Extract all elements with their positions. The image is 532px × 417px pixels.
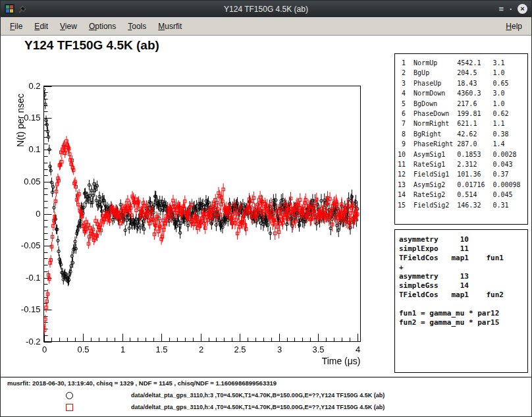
- fit-stats: musrfit: 2018-06-30, 13:19:40, chisq = 1…: [7, 379, 277, 387]
- plot-canvas[interactable]: [11, 70, 379, 373]
- legend-row: data/deltat_pta_gps_3110,h:3 ,T0=4.50K,T…: [1, 389, 531, 401]
- title-bar[interactable]: Y124 TF150G 4.5K (ab) ≡ • ×: [1, 1, 531, 17]
- legend-row: data/deltat_pta_gps_3110,h:4 ,T0=4.50K,T…: [1, 401, 531, 413]
- close-button[interactable]: ×: [518, 4, 527, 14]
- window-title: Y124 TF150G 4.5K (ab): [1, 5, 531, 14]
- theory-box: asymmetry 10 simplExpo 11 TFieldCos map1…: [394, 229, 528, 373]
- pin-icon[interactable]: [18, 5, 26, 13]
- menu-item-help[interactable]: Help: [500, 20, 528, 33]
- circle-marker-icon: [66, 392, 73, 399]
- divider-line: [1, 377, 531, 377]
- legend-text: data/deltat_pta_gps_3110,h:4 ,T0=4.50K,T…: [131, 404, 385, 410]
- menu-item-view[interactable]: View: [54, 20, 83, 33]
- legend: data/deltat_pta_gps_3110,h:3 ,T0=4.50K,T…: [1, 389, 531, 413]
- app-icon: [5, 4, 14, 14]
- menu-item-edit[interactable]: Edit: [28, 20, 54, 33]
- legend-text: data/deltat_pta_gps_3110,h:3 ,T0=4.50K,T…: [131, 392, 385, 399]
- musrfit-window: Y124 TF150G 4.5K (ab) ≡ • × FileEditView…: [0, 0, 532, 417]
- window-menu-icon[interactable]: ≡: [499, 5, 504, 13]
- menu-item-options[interactable]: Options: [83, 20, 122, 33]
- square-marker-icon: [66, 404, 73, 411]
- parameter-table: 1 NormUp 4542.1 3.1 2 BgUp 204.5 1.0 3 P…: [394, 53, 528, 225]
- menu-item-file[interactable]: File: [4, 20, 28, 33]
- menu-bar: FileEditViewOptionsToolsMusrfitHelp: [1, 17, 531, 36]
- canvas-pane: Y124 TF150G 4.5K (ab) 1 NormUp 4542.1 3.…: [1, 36, 531, 417]
- menu-item-tools[interactable]: Tools: [122, 20, 152, 33]
- maximize-button[interactable]: •: [510, 5, 512, 13]
- menu-item-musrfit[interactable]: Musrfit: [152, 20, 188, 33]
- plot-title: Y124 TF150G 4.5K (ab): [24, 38, 159, 53]
